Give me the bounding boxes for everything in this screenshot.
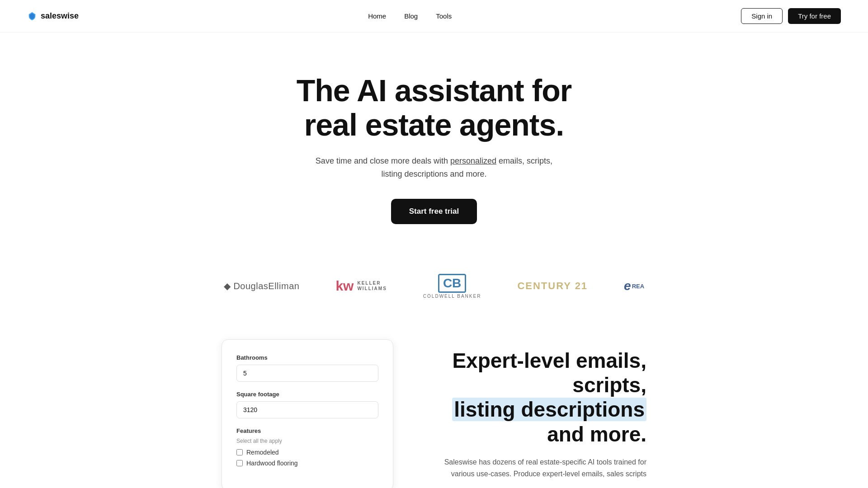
nav-links: Home Blog Tools	[368, 12, 452, 20]
logo-keller-williams: kw KELLER WILLIAMS	[335, 279, 387, 293]
bathrooms-label: Bathrooms	[236, 354, 378, 361]
checkbox-hardwood-input[interactable]	[236, 460, 243, 466]
try-free-button[interactable]: Try for free	[788, 8, 841, 24]
logo-century21: CENTURY 21	[517, 280, 588, 292]
features-label: Features	[236, 427, 378, 434]
nav-tools[interactable]: Tools	[436, 12, 452, 20]
nav-blog[interactable]: Blog	[404, 12, 418, 20]
hero-title: The AI assistant for real estate agents.	[297, 73, 572, 142]
features-hint: Select all the apply	[236, 438, 378, 444]
logo-text: saleswise	[41, 11, 79, 21]
feature-card: Bathrooms Square footage Features Select…	[222, 339, 393, 488]
sqft-label: Square footage	[236, 391, 378, 398]
bathrooms-input[interactable]	[236, 365, 378, 382]
hero-section: The AI assistant for real estate agents.…	[0, 33, 868, 251]
nav-actions: Sign in Try for free	[741, 8, 841, 24]
logos-section: ◆ DouglasElliman kw KELLER WILLIAMS CB C…	[0, 251, 868, 330]
feature-text: Expert-level emails, scripts, listing de…	[439, 339, 646, 480]
checkbox-remodeled[interactable]: Remodeled	[236, 449, 378, 456]
logo-coldwell-banker: CB COLDWELL BANKER	[423, 274, 481, 299]
logo-exp-realty: e REA	[624, 279, 644, 293]
signin-button[interactable]: Sign in	[741, 8, 783, 24]
logo-icon	[27, 11, 37, 21]
start-trial-button[interactable]: Start free trial	[391, 199, 477, 224]
logo[interactable]: saleswise	[27, 11, 79, 21]
feature-description: Saleswise has dozens of real estate-spec…	[439, 456, 646, 480]
sqft-field: Square footage	[236, 391, 378, 418]
checkbox-hardwood[interactable]: Hardwood flooring	[236, 460, 378, 467]
checkbox-remodeled-input[interactable]	[236, 449, 243, 455]
sqft-input[interactable]	[236, 401, 378, 418]
feature-section: Bathrooms Square footage Features Select…	[0, 330, 868, 488]
logo-douglas-elliman: ◆ DouglasElliman	[224, 281, 300, 291]
hero-subtitle: Save time and close more deals with pers…	[312, 155, 556, 181]
nav-home[interactable]: Home	[368, 12, 386, 20]
features-field: Features Select all the apply Remodeled …	[236, 427, 378, 467]
feature-heading: Expert-level emails, scripts, listing de…	[439, 348, 646, 446]
bathrooms-field: Bathrooms	[236, 354, 378, 382]
checkbox-group: Remodeled Hardwood flooring	[236, 449, 378, 467]
navbar: saleswise Home Blog Tools Sign in Try fo…	[0, 0, 868, 33]
